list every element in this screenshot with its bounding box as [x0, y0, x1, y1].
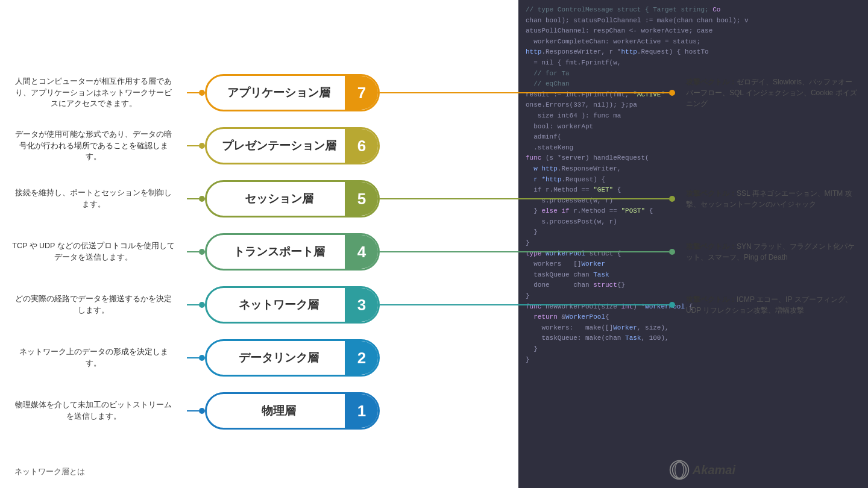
layers-container: 人間とコンピューターが相互作用する層であり、アプリケーションはネットワークサービ…: [0, 66, 868, 437]
layer-row-6: データが使用可能な形式であり、データの暗号化が行われる場所であることを確認します…: [0, 119, 868, 172]
layer-row-2: ネットワーク上のデータの形成を決定します。データリンク層2: [0, 331, 868, 384]
layer-4-right-desc: 攻撃ベクトル：SYN フラッド、フラグメント化パケット、スマーフ、Ping of…: [675, 241, 868, 263]
layer-7-right-dot: [669, 90, 675, 96]
layer-3-pill: ネットワーク層3: [205, 286, 380, 324]
layer-row-4: TCP や UDP などの伝送プロトコルを使用してデータを送信します。トランスポ…: [0, 225, 868, 278]
layer-1-desc-left: 物理媒体を介して未加工のビットストリームを送信します。: [0, 399, 187, 422]
layer-row-7: 人間とコンピューターが相互作用する層であり、アプリケーションはネットワークサービ…: [0, 66, 868, 119]
layer-row-1: 物理媒体を介して未加工のビットストリームを送信します。物理層1: [0, 384, 868, 437]
layer-3-right-dot: [669, 302, 675, 308]
layer-4-name: トランスポート層: [207, 244, 345, 260]
layer-5-right-dot: [669, 196, 675, 202]
layer-3-desc-left: どの実際の経路でデータを搬送するかを決定します。: [0, 293, 187, 316]
layer-3-number: 3: [345, 288, 379, 322]
layer-2-number: 2: [345, 341, 379, 375]
layer-4-pill: トランスポート層4: [205, 233, 380, 271]
layer-5-number: 5: [345, 182, 379, 216]
akamai-logo: Akamai: [668, 459, 735, 481]
layer-1-number: 1: [345, 394, 379, 428]
layer-5-right-desc: 攻撃ベクトル：SSL 再ネゴシエーション、MITM 攻撃、セッショントークンのハ…: [675, 188, 868, 210]
layer-2-desc-left: ネットワーク上のデータの形成を決定します。: [0, 346, 187, 369]
layer-1-name: 物理層: [207, 403, 345, 419]
layer-7-name: アプリケーション層: [207, 85, 345, 101]
layer-5-attack-label: 攻撃ベクトル：: [686, 189, 737, 198]
layer-6-pill: プレゼンテーション層6: [205, 127, 380, 164]
layer-4-attack-label: 攻撃ベクトル：: [686, 242, 737, 251]
layer-3-attack-label: 攻撃ベクトル：: [686, 295, 737, 304]
layer-3-name: ネットワーク層: [207, 297, 345, 313]
layer-4-desc-left: TCP や UDP などの伝送プロトコルを使用してデータを送信します。: [0, 240, 187, 263]
layer-1-pill: 物理層1: [205, 392, 380, 430]
layer-3-right-desc: 攻撃ベクトル：ICMP エコー、IP スプーフィング、UDP リフレクション攻撃…: [675, 294, 868, 316]
akamai-logo-icon: [668, 459, 690, 481]
layer-7-right-desc: 攻撃ベクトル：ゼロデイ、Slowloris、バッファオーバーフロー、SQL イン…: [675, 77, 868, 109]
layer-5-name: セッション層: [207, 191, 345, 207]
layer-row-3: どの実際の経路でデータを搬送するかを決定します。ネットワーク層3攻撃ベクトル：I…: [0, 278, 868, 331]
svg-point-1: [675, 462, 684, 478]
layer-row-5: 接続を維持し、ポートとセッションを制御します。セッション層5攻撃ベクトル：SSL…: [0, 172, 868, 225]
layer-7-attack-label: 攻撃ベクトル：: [686, 78, 737, 86]
bottom-label: ネットワーク層とは: [14, 466, 85, 477]
layer-4-number: 4: [345, 235, 379, 269]
layer-5-pill: セッション層5: [205, 180, 380, 217]
layer-4-right-dot: [669, 249, 675, 255]
layer-5-desc-left: 接続を維持し、ポートとセッションを制御します。: [0, 187, 187, 210]
layer-7-pill: アプリケーション層7: [205, 74, 380, 111]
layer-2-pill: データリンク層2: [205, 339, 380, 377]
layer-7-number: 7: [345, 76, 379, 110]
layer-6-number: 6: [345, 129, 379, 163]
layer-6-desc-left: データが使用可能な形式であり、データの暗号化が行われる場所であることを確認します…: [0, 129, 187, 163]
layer-7-desc-left: 人間とコンピューターが相互作用する層であり、アプリケーションはネットワークサービ…: [0, 76, 187, 110]
akamai-logo-text: Akamai: [693, 463, 735, 477]
layer-2-name: データリンク層: [207, 350, 345, 366]
layer-6-name: プレゼンテーション層: [207, 138, 345, 154]
main-content: // type ControlMessage struct { Target s…: [0, 0, 868, 488]
